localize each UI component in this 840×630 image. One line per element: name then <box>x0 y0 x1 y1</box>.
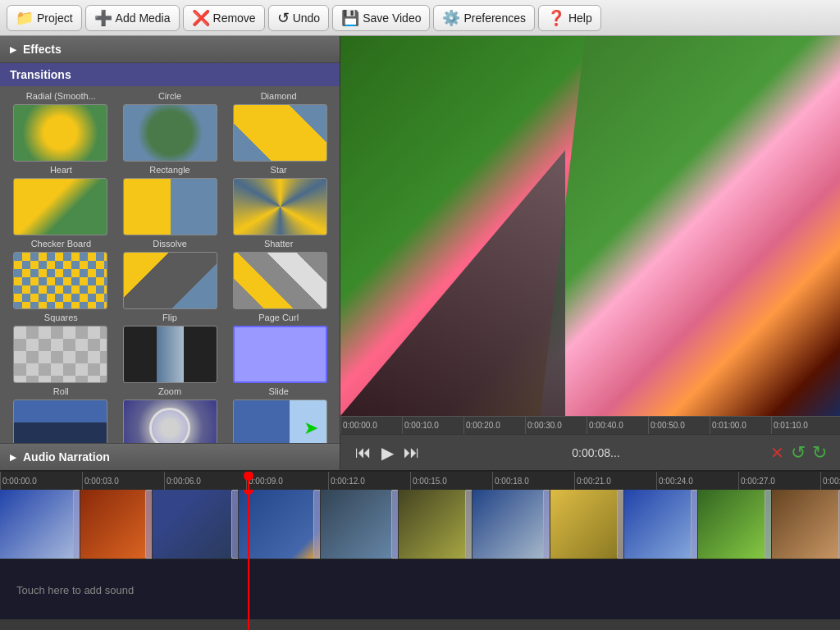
transition-roll-label: Roll <box>7 386 114 396</box>
preview-tick-2: 0:00:20.0 <box>463 417 525 434</box>
rewind-button[interactable]: ⏮ <box>354 441 373 463</box>
remove-label: Remove <box>213 11 256 25</box>
transitions-section: Transitions Radial (Smooth... Circle Dia… <box>0 63 340 443</box>
transition-squares-label: Squares <box>7 313 114 322</box>
transitions-header: Transitions <box>0 63 340 86</box>
video-clip-2[interactable] <box>80 490 153 559</box>
transition-dissolve[interactable] <box>121 252 219 309</box>
video-clip-11[interactable] <box>772 490 840 559</box>
preview-tick-0: 0:00:00.0 <box>340 417 402 434</box>
transitions-label: Transitions <box>10 68 71 81</box>
transition-star[interactable] <box>231 178 329 235</box>
ruler-tick-7: 0:00:21.0 <box>574 472 656 490</box>
page-curl-fold <box>340 150 565 416</box>
video-clip-4[interactable] <box>239 490 321 559</box>
help-button[interactable]: ❓ Help <box>538 5 601 31</box>
transition-star-label: Star <box>226 165 332 175</box>
video-clip-10[interactable] <box>698 490 772 559</box>
add-media-label: Add Media <box>116 11 171 25</box>
preview-tick-4: 0:00:40.0 <box>587 417 648 434</box>
transition-rectangle-thumb <box>123 178 217 235</box>
transition-zoom-label: Zoom <box>116 386 223 396</box>
ctrl-x-button[interactable]: ✕ <box>770 442 784 463</box>
preferences-button[interactable]: ⚙️ Preferences <box>433 5 534 31</box>
controls-bar: ⏮ ▶ ⏭ 0:00:08... ✕ ↺ ↻ <box>340 434 840 470</box>
save-video-label: Save Video <box>363 11 421 25</box>
transition-marker-6 <box>465 490 472 559</box>
undo-icon: ↺ <box>277 9 290 27</box>
transition-pagecurl[interactable] <box>231 326 329 383</box>
ruler-tick-8: 0:00:24.0 <box>656 472 738 490</box>
transition-squares[interactable] <box>11 326 109 383</box>
preferences-label: Preferences <box>463 11 525 25</box>
time-display: 0:00:08... <box>422 446 770 459</box>
transition-radial-thumb <box>13 104 107 162</box>
transition-marker-7 <box>543 490 550 559</box>
transition-flip-thumb <box>123 326 217 383</box>
forward-button[interactable]: ⏭ <box>402 441 422 463</box>
transition-row-3-labels: Checker Board Dissolve Shatter <box>3 237 336 250</box>
transition-pagecurl-label: Page Curl <box>226 313 332 322</box>
transition-diamond-label: Diamond <box>226 91 332 101</box>
sound-track[interactable]: Touch here to add sound <box>0 559 840 619</box>
transition-circle-thumb <box>123 104 217 162</box>
ctrl-undo-button[interactable]: ↺ <box>791 442 806 463</box>
transition-zoom[interactable] <box>121 399 219 443</box>
help-icon: ❓ <box>547 9 565 27</box>
transition-heart-thumb <box>13 178 107 235</box>
audio-narration-arrow-icon: ▶ <box>10 453 16 462</box>
transition-checker-label: Checker Board <box>7 239 114 249</box>
play-button[interactable]: ▶ <box>380 441 395 464</box>
project-icon: 📁 <box>16 9 34 27</box>
audio-narration-header[interactable]: ▶ Audio Narration <box>0 443 340 470</box>
transition-marker-2 <box>145 490 153 559</box>
preview-tick-1: 0:00:10.0 <box>402 417 463 434</box>
video-clip-1[interactable] <box>0 490 80 559</box>
preview-image <box>340 36 840 416</box>
video-clip-5[interactable] <box>321 490 399 559</box>
transition-shatter-label: Shatter <box>226 239 332 249</box>
transition-radial[interactable] <box>11 104 109 162</box>
save-video-button[interactable]: 💾 Save Video <box>332 5 430 31</box>
ctrl-redo-button[interactable]: ↻ <box>812 442 827 463</box>
transition-row-5-labels: Roll Zoom Slide <box>3 385 336 398</box>
playback-controls: ⏮ ▶ ⏭ <box>354 441 422 464</box>
transition-marker-9 <box>691 490 698 559</box>
video-clip-7[interactable] <box>472 490 550 559</box>
video-track[interactable] <box>0 490 840 559</box>
transition-diamond[interactable] <box>231 104 329 162</box>
transition-circle[interactable] <box>121 104 219 162</box>
bottom-timeline: 0:00:00.0 0:00:03.0 0:00:06.0 0:00:09.0 … <box>0 470 840 630</box>
page-curl-overlay <box>541 36 840 416</box>
transition-dissolve-thumb <box>123 252 217 309</box>
slide-arrow-icon: ➤ <box>304 418 318 439</box>
timeline-ruler: 0:00:00.0 0:00:03.0 0:00:06.0 0:00:09.0 … <box>0 472 840 490</box>
transition-shatter[interactable] <box>231 252 329 309</box>
video-clip-9[interactable] <box>624 490 698 559</box>
add-media-button[interactable]: ➕ Add Media <box>85 5 180 31</box>
video-clip-6[interactable] <box>399 490 472 559</box>
video-clip-8[interactable] <box>550 490 624 559</box>
transition-heart[interactable] <box>11 178 109 235</box>
effects-section-header[interactable]: ▶ Effects <box>0 36 340 63</box>
transition-rectangle[interactable] <box>121 178 219 235</box>
video-clip-3[interactable] <box>153 490 239 559</box>
remove-button[interactable]: ❌ Remove <box>183 5 265 31</box>
transition-zoom-thumb <box>123 399 217 443</box>
transition-roll[interactable] <box>11 399 109 443</box>
preview-tick-5: 0:00:50.0 <box>648 417 710 434</box>
preview-timeline-bar: 0:00:00.0 0:00:10.0 0:00:20.0 0:00:30.0 … <box>340 416 840 434</box>
ruler-tick-1: 0:00:03.0 <box>82 472 164 490</box>
transition-heart-label: Heart <box>7 165 114 175</box>
project-label: Project <box>37 11 73 25</box>
transition-slide[interactable]: ➤ <box>231 399 329 443</box>
transition-flip[interactable] <box>121 326 219 383</box>
project-button[interactable]: 📁 Project <box>7 5 82 31</box>
transition-marker-1 <box>73 490 80 559</box>
ruler-tick-5: 0:00:15.0 <box>410 472 492 490</box>
transition-row-4 <box>3 324 336 385</box>
undo-button[interactable]: ↺ Undo <box>268 5 329 31</box>
transition-checker[interactable] <box>11 252 109 309</box>
audio-narration-label: Audio Narration <box>23 450 110 463</box>
transition-roll-thumb <box>13 399 107 443</box>
